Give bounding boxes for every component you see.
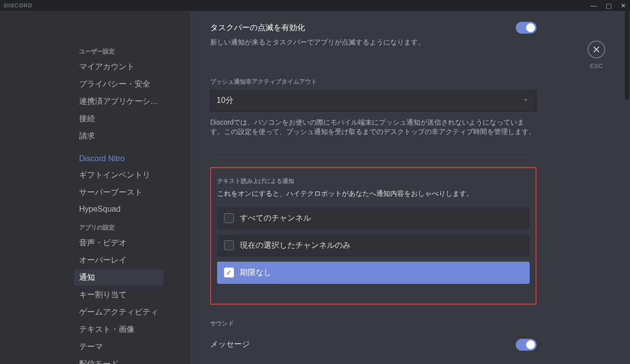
close-window-icon[interactable]: ✕ — [621, 2, 626, 9]
tts-option-all-channels[interactable]: ✓ すべてのチャンネル — [217, 207, 530, 229]
sidebar-header-user: ユーザー設定 — [74, 45, 163, 59]
divider — [210, 67, 537, 68]
sidebar-item-overlay[interactable]: オーバーレイ — [74, 252, 163, 269]
tts-desc: これをオンにすると、ハイテクロボットがあなたへ通知内容をおしゃべりします。 — [217, 189, 530, 198]
taskbar-flash-desc: 新しい通知が来るとタスクバーでアプリが点滅するようになります。 — [210, 38, 537, 47]
sidebar-item-server-boost[interactable]: サーバーブースト — [74, 184, 163, 201]
push-timeout-label: プッシュ通知非アクティブタイムアウト — [210, 78, 537, 86]
taskbar-flash-title: タスクバーの点滅を有効化 — [210, 23, 305, 33]
sidebar-item-game-activity[interactable]: ゲームアクティビティ — [74, 304, 163, 320]
sidebar-item-text-images[interactable]: テキスト・画像 — [74, 321, 163, 338]
checkbox-icon: ✓ — [224, 268, 234, 277]
push-timeout-value: 10分 — [217, 95, 233, 106]
scrollbar-thumb[interactable] — [625, 11, 629, 100]
tts-highlight-box: テキスト読み上げによる通知 これをオンにすると、ハイテクロボットがあなたへ通知内… — [210, 167, 537, 305]
divider — [210, 157, 537, 157]
sidebar-item-nitro[interactable]: Discord Nitro — [74, 151, 163, 166]
window-controls: — ▢ ✕ — [590, 2, 626, 9]
close-label: ESC — [590, 62, 603, 70]
sound-message-toggle[interactable] — [516, 339, 537, 351]
minimize-icon[interactable]: — — [590, 2, 597, 9]
maximize-icon[interactable]: ▢ — [606, 2, 612, 9]
tts-option-never[interactable]: ✓ 期限なし — [217, 262, 530, 284]
sound-message-label: メッセージ — [210, 339, 250, 350]
sidebar-item-streamer-mode[interactable]: 配信モード — [74, 356, 163, 364]
toggle-knob — [526, 23, 535, 32]
tts-option-current-channel[interactable]: ✓ 現在の選択したチャンネルのみ — [217, 234, 530, 257]
checkbox-icon: ✓ — [224, 240, 234, 250]
close-icon — [587, 41, 605, 58]
titlebar: DISCORD — ▢ ✕ — [0, 0, 630, 11]
tts-option-label: すべてのチャンネル — [240, 213, 311, 224]
sounds-label: サウンド — [210, 319, 537, 328]
sidebar-item-hypesquad[interactable]: HypeSquad — [74, 202, 163, 217]
sidebar-item-gift-inventory[interactable]: ギフトインベントリ — [74, 167, 163, 183]
taskbar-flash-toggle[interactable] — [516, 22, 537, 34]
tts-label: テキスト読み上げによる通知 — [217, 177, 530, 185]
sidebar-item-connections-apps[interactable]: 連携済アプリケーショ... — [74, 93, 163, 110]
sidebar-item-voice-video[interactable]: 音声・ビデオ — [74, 235, 163, 251]
sidebar-item-my-account[interactable]: マイアカウント — [74, 59, 163, 75]
app-logo: DISCORD — [4, 2, 33, 8]
sound-row-message: メッセージ — [210, 332, 537, 358]
push-timeout-select[interactable]: 10分 — [210, 90, 537, 112]
settings-content: ESC タスクバーの点滅を有効化 新しい通知が来るとタスクバーでアプリが点滅する… — [190, 11, 630, 364]
toggle-knob — [526, 340, 535, 349]
sidebar-header-app: アプリの設定 — [74, 221, 163, 235]
tts-option-label: 期限なし — [240, 268, 271, 278]
settings-sidebar: ユーザー設定 マイアカウント プライバシー・安全 連携済アプリケーショ... 接… — [0, 11, 190, 364]
sidebar-item-keybinds[interactable]: キー割り当て — [74, 287, 163, 303]
sidebar-item-connections[interactable]: 接続 — [74, 111, 163, 127]
scrollbar[interactable] — [625, 11, 629, 364]
close-settings-button[interactable]: ESC — [587, 41, 605, 70]
push-timeout-desc: Discordでは、パソコンをお使いの際にモバイル端末にプッシュ通知が送信されな… — [210, 118, 537, 137]
sidebar-item-billing[interactable]: 請求 — [74, 128, 163, 144]
checkbox-icon: ✓ — [224, 213, 234, 223]
sidebar-item-notifications[interactable]: 通知 — [74, 270, 163, 286]
tts-option-label: 現在の選択したチャンネルのみ — [240, 240, 351, 251]
chevron-down-icon — [521, 95, 530, 106]
sidebar-item-privacy[interactable]: プライバシー・安全 — [74, 76, 163, 92]
sidebar-item-theme[interactable]: テーマ — [74, 339, 163, 355]
